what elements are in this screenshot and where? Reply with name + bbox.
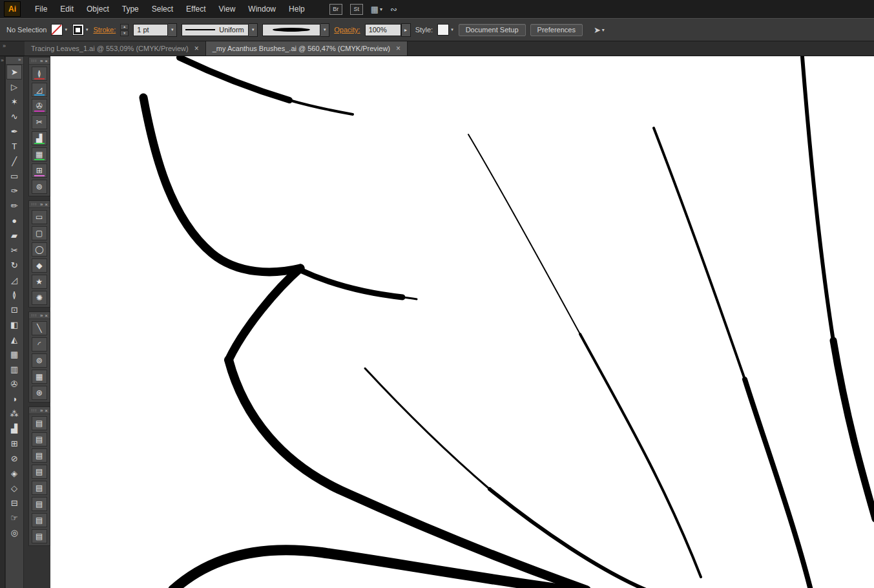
rectangular-grid-icon[interactable]: ▦ (32, 370, 47, 384)
paintbrush-tool[interactable]: ✑ (6, 184, 22, 198)
polygon-icon[interactable]: ◆ (32, 258, 47, 273)
artwork-stroke-12[interactable] (745, 379, 811, 588)
chevron-down-icon[interactable]: ▾ (450, 27, 454, 32)
artwork-stroke-3[interactable] (143, 98, 300, 272)
chevron-down-icon[interactable]: ▾ (168, 23, 177, 37)
star-icon[interactable]: ★ (32, 275, 47, 289)
scale-tool[interactable]: ◿ (6, 273, 22, 288)
artwork-stroke-2[interactable] (289, 100, 353, 114)
symbol-sprayer-tool[interactable]: ⁂ (6, 406, 22, 421)
chart-icon[interactable]: ▟ (32, 131, 47, 145)
fill-color-control[interactable]: ▾ (51, 24, 68, 36)
stroke-panel-link[interactable]: Stroke: (93, 26, 116, 34)
flare-icon[interactable]: ✺ (32, 291, 47, 305)
stroke-weight-stepper[interactable]: ▲ ▼ (120, 24, 129, 36)
artwork-stroke-10[interactable] (580, 334, 701, 577)
menu-edit[interactable]: Edit (54, 1, 80, 17)
library-item-icon[interactable]: ▤ (32, 416, 47, 430)
collapse-icon[interactable]: » (40, 58, 43, 64)
library-item-icon[interactable]: ▤ (32, 497, 47, 511)
drag-handle[interactable] (32, 314, 37, 317)
direct-selection-tool[interactable]: ▷ (6, 79, 22, 94)
drag-handle[interactable] (32, 59, 37, 62)
mesh-tool[interactable]: ▦ (6, 347, 22, 362)
grid-icon[interactable]: ▦ (32, 147, 47, 162)
artwork-stroke-4[interactable] (300, 270, 402, 297)
drag-handle[interactable] (32, 203, 37, 205)
close-icon[interactable]: × (45, 313, 48, 319)
blend-tool[interactable]: ◑ (6, 392, 22, 406)
library-item-icon[interactable]: ▤ (32, 529, 47, 543)
scale-tool-icon[interactable]: ◿ (32, 83, 47, 97)
document-tab-2[interactable]: _my Acanthus Brushes_.ai @ 560,47% (CMYK… (206, 41, 408, 56)
selection-tool[interactable]: ➤ (6, 65, 22, 79)
free-transform-tool[interactable]: ⊡ (6, 302, 22, 317)
pencil-tool[interactable]: ✏ (6, 198, 22, 213)
rotate-tool[interactable]: ↻ (6, 258, 22, 273)
library-item-icon[interactable]: ▤ (32, 513, 47, 527)
zoom-tool[interactable]: ◎ (6, 525, 22, 540)
dock-collapse-strip[interactable]: » (0, 56, 5, 588)
collapse-icon[interactable]: » (40, 313, 43, 319)
live-paint-selection-tool[interactable]: ◇ (6, 481, 22, 496)
stroke-weight-combo[interactable]: 1 pt ▾ (133, 23, 177, 37)
opacity-panel-link[interactable]: Opacity: (334, 26, 360, 34)
bridge-button[interactable]: Br (329, 4, 342, 15)
menu-effect[interactable]: Effect (180, 1, 212, 17)
blob-brush-tool[interactable]: ● (6, 213, 22, 228)
type-tool[interactable]: T (6, 139, 22, 154)
close-icon[interactable]: × (45, 58, 48, 64)
artwork-stroke-16[interactable] (490, 489, 646, 588)
print-tiling-tool[interactable]: ⊟ (6, 496, 22, 510)
chevron-down-icon[interactable]: ▾ (249, 23, 258, 37)
stroke-weight-input[interactable]: 1 pt (133, 24, 168, 36)
gradient-tool[interactable]: ▥ (6, 362, 22, 377)
stepper-up-icon[interactable]: ▲ (120, 24, 129, 30)
menu-type[interactable]: Type (116, 1, 145, 17)
menu-window[interactable]: Window (242, 1, 282, 17)
hand-tool[interactable]: ☞ (6, 510, 22, 525)
artwork-stroke-8[interactable] (173, 550, 567, 588)
ellipse-icon[interactable]: ◯ (32, 242, 47, 257)
knife-icon[interactable]: ✂ (32, 115, 47, 129)
opacity-input[interactable]: 100% (365, 24, 401, 36)
artwork-stroke-1[interactable] (180, 58, 289, 100)
polar-grid-icon[interactable]: ⊛ (32, 386, 47, 400)
rectangle-icon[interactable]: ▭ (32, 210, 47, 224)
slice-tool[interactable]: ⊘ (6, 451, 22, 466)
opacity-control[interactable]: 100% ▸ (365, 23, 411, 37)
document-setup-button[interactable]: Document Setup (459, 24, 526, 36)
library-item-icon[interactable]: ▤ (32, 465, 47, 479)
menu-view[interactable]: View (213, 1, 242, 17)
stepper-down-icon[interactable]: ▼ (120, 30, 129, 36)
library-item-icon[interactable]: ▤ (32, 448, 47, 463)
rectangle-tool[interactable]: ▭ (6, 169, 22, 184)
opacity-slider-button[interactable]: ▸ (401, 23, 411, 37)
toolbar-collapse-icon[interactable]: » (6, 57, 23, 65)
width-profile-dropdown[interactable]: ▾ (262, 23, 329, 37)
stroke-color-control[interactable]: ▾ (72, 24, 89, 36)
eyedropper-tool[interactable]: ✇ (6, 377, 22, 392)
artboard-tool[interactable]: ⊞ (6, 436, 22, 451)
artwork-stroke-15[interactable] (365, 368, 490, 489)
scissors-tool[interactable]: ✂ (6, 243, 22, 258)
tab-close-icon[interactable]: × (194, 45, 199, 52)
tab-close-icon[interactable]: × (396, 45, 401, 52)
library-item-icon[interactable]: ▤ (32, 481, 47, 495)
close-icon[interactable]: × (45, 202, 48, 207)
rounded-rectangle-icon[interactable]: ▢ (32, 226, 47, 240)
menu-help[interactable]: Help (282, 1, 311, 17)
chevron-down-icon[interactable]: ▾ (320, 23, 329, 37)
magic-wand-tool[interactable]: ✶ (6, 94, 22, 109)
arc-icon[interactable]: ◜ (32, 337, 47, 352)
artwork-stroke-13[interactable] (802, 57, 833, 341)
fill-color-swatch[interactable] (51, 24, 63, 36)
close-icon[interactable]: × (45, 408, 48, 414)
menu-select[interactable]: Select (145, 1, 180, 17)
lasso-tool[interactable]: ∿ (6, 109, 22, 124)
stroke-profile-dropdown[interactable]: Uniform ▾ (182, 23, 258, 37)
canvas[interactable] (50, 56, 874, 588)
artwork-stroke-6[interactable] (229, 268, 300, 360)
width-tool-icon[interactable]: ≬ (32, 67, 47, 81)
line-segment-tool[interactable]: ╱ (6, 154, 22, 169)
